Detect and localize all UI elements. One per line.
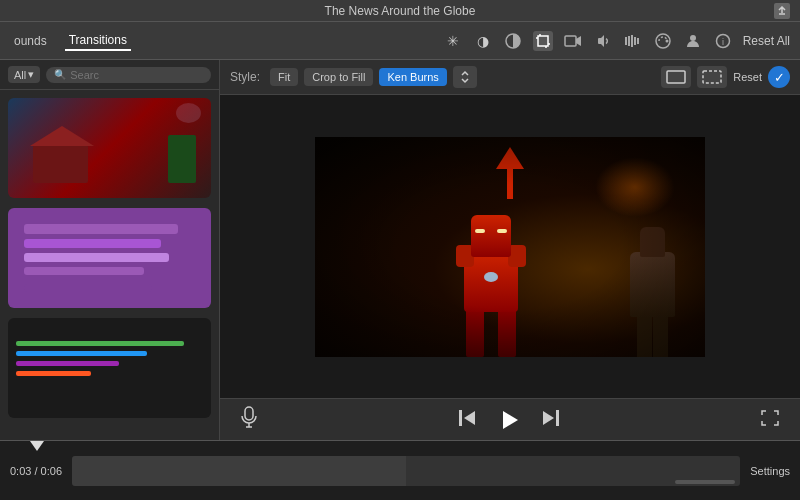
search-box[interactable]: 🔍 <box>46 67 211 83</box>
crop-ratio-button[interactable] <box>697 66 727 88</box>
sidebar: All ▾ 🔍 <box>0 60 220 440</box>
speed-icon[interactable] <box>623 31 643 51</box>
thumbnail-purple[interactable] <box>8 208 211 308</box>
main-area: All ▾ 🔍 <box>0 60 800 440</box>
svg-rect-17 <box>667 71 685 83</box>
svg-rect-23 <box>556 410 559 426</box>
playback-bar <box>220 398 800 440</box>
tab-transitions[interactable]: Transitions <box>65 31 131 51</box>
thumbnail-data[interactable] <box>8 318 211 418</box>
title-bar: The News Around the Globe <box>0 0 800 22</box>
crop-rect-button[interactable] <box>661 66 691 88</box>
timeline-settings-button[interactable]: Settings <box>750 465 790 477</box>
style-fit-button[interactable]: Fit <box>270 68 298 86</box>
svg-text:i: i <box>722 37 724 47</box>
timeline-track[interactable] <box>72 456 740 486</box>
reset-all-button[interactable]: Reset All <box>743 34 790 48</box>
style-reset-button[interactable]: Reset <box>733 71 762 83</box>
svg-rect-8 <box>628 36 630 46</box>
crop-icon[interactable] <box>533 31 553 51</box>
thumbnail-list <box>0 90 219 440</box>
timeline: 0:03 / 0:06 Settings <box>0 440 800 500</box>
color-correction-icon[interactable] <box>503 31 523 51</box>
search-input[interactable] <box>70 69 130 81</box>
toolbar-icons: ✳ ◑ <box>443 31 733 51</box>
audio-icon[interactable] <box>593 31 613 51</box>
playback-controls <box>459 406 559 434</box>
toolbar: ounds Transitions ✳ ◑ <box>0 22 800 60</box>
timeline-playhead <box>30 441 44 451</box>
svg-rect-9 <box>631 35 633 47</box>
mic-button[interactable] <box>240 406 258 433</box>
editor: Style: Fit Crop to Fill Ken Burns <box>220 60 800 440</box>
export-button[interactable] <box>774 3 790 19</box>
play-button[interactable] <box>495 406 523 434</box>
video-background <box>315 137 705 357</box>
timeline-progress <box>72 456 406 486</box>
style-ken-burns-button[interactable]: Ken Burns <box>379 68 446 86</box>
svg-rect-6 <box>565 36 576 46</box>
style-bar: Style: Fit Crop to Fill Ken Burns <box>220 60 800 95</box>
window-title: The News Around the Globe <box>325 4 476 18</box>
thumbnail-cabin[interactable] <box>8 98 211 198</box>
svg-rect-10 <box>634 37 636 45</box>
style-confirm-button[interactable]: ✓ <box>768 66 790 88</box>
info-icon[interactable]: i <box>713 31 733 51</box>
style-arrow-button[interactable] <box>453 66 477 88</box>
svg-rect-18 <box>703 71 721 83</box>
person-icon[interactable] <box>683 31 703 51</box>
style-right-controls: Reset ✓ <box>661 66 790 88</box>
fullscreen-button[interactable] <box>760 409 780 431</box>
svg-rect-7 <box>625 37 627 45</box>
svg-rect-1 <box>538 36 548 46</box>
skip-forward-button[interactable] <box>541 410 559 430</box>
svg-rect-22 <box>459 410 462 426</box>
video-vignette <box>315 137 705 357</box>
video-icon[interactable] <box>563 31 583 51</box>
svg-point-13 <box>665 39 668 42</box>
play-icon <box>503 411 518 429</box>
style-label: Style: <box>230 70 260 84</box>
video-frame <box>315 137 705 357</box>
timeline-current-time: 0:03 / 0:06 <box>10 465 62 477</box>
skip-back-button[interactable] <box>459 410 477 430</box>
svg-rect-11 <box>637 38 639 44</box>
svg-point-14 <box>690 35 696 41</box>
magic-wand-icon[interactable]: ✳ <box>443 31 463 51</box>
tab-sounds[interactable]: ounds <box>10 32 51 50</box>
search-icon: 🔍 <box>54 69 66 80</box>
sidebar-search-bar: All ▾ 🔍 <box>0 60 219 90</box>
video-preview <box>220 95 800 398</box>
svg-rect-19 <box>245 407 253 420</box>
style-crop-to-fill-button[interactable]: Crop to Fill <box>304 68 373 86</box>
toolbar-tabs: ounds Transitions <box>10 31 131 51</box>
all-selector[interactable]: All ▾ <box>8 66 40 83</box>
timeline-scrollbar[interactable] <box>675 480 735 484</box>
stabilize-icon[interactable] <box>653 31 673 51</box>
color-wheel-icon[interactable]: ◑ <box>473 31 493 51</box>
